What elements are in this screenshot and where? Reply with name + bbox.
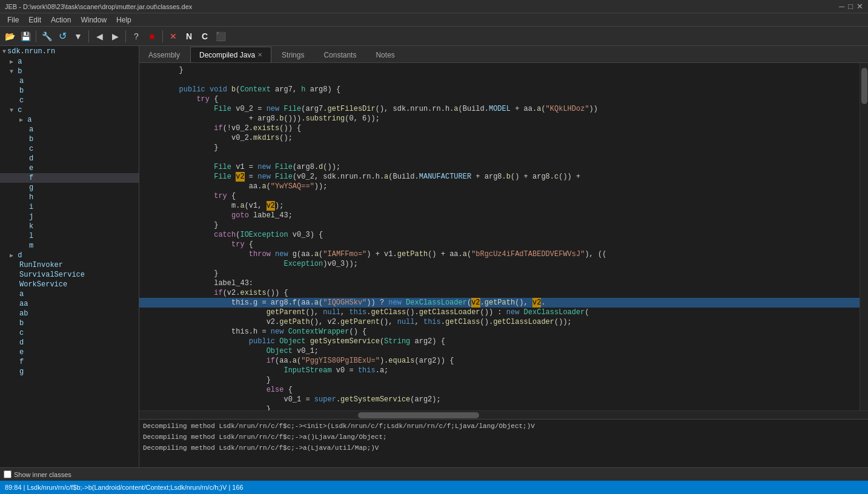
toolbar-debug-btn[interactable]: ■ [145,29,159,44]
code-line: catch(IOException v0_3) { [139,230,860,240]
toolbar-stop-btn[interactable]: ⬛ [213,29,228,44]
toolbar-open-btn[interactable]: 📂 [2,29,17,44]
code-area[interactable]: } public void b(Context arg7, h arg8) { … [139,63,860,410]
tree-item-a1[interactable]: ▶ a [0,57,139,67]
code-line: } [139,269,860,278]
tree-item-daa[interactable]: aa [0,299,139,309]
tree-item-cam[interactable]: m [0,241,139,251]
show-inner-classes-label: Show inner classes [14,471,71,478]
tree-item-dc[interactable]: c [0,328,139,338]
tree-item-cal[interactable]: l [0,231,139,241]
tab-constants-label: Constants [323,51,356,59]
tree-item-cak[interactable]: k [0,222,139,231]
menu-file[interactable]: File [2,15,24,25]
tab-notes[interactable]: Notes [366,47,403,62]
code-line: label_43: [139,278,860,288]
toolbar-x-btn[interactable]: ✕ [166,29,181,44]
toolbar-down-btn[interactable]: ▼ [71,29,85,44]
close-button[interactable]: ✕ [856,2,863,11]
tree-item-c[interactable]: ▼ c [0,105,139,115]
tree-item-dg[interactable]: g [0,367,139,377]
tree-item-cai[interactable]: i [0,202,139,212]
tree-item-dd[interactable]: d [0,338,139,347]
tree-item-RunInvoker[interactable]: RunInvoker [0,260,139,270]
tree-item-caa[interactable]: a [0,125,139,134]
code-line: try { [139,191,860,201]
tree-item-cab[interactable]: b [0,134,139,144]
toolbar-help-btn[interactable]: ? [129,29,144,44]
tree-item-caj[interactable]: j [0,212,139,222]
code-line: } [139,143,860,153]
code-line: try { [139,94,860,104]
code-line: goto label_43; [139,211,860,220]
tree-item-ca[interactable]: ▶ a [0,115,139,125]
tab-decompiled-java-label: Decompiled Java [199,51,255,59]
toolbar-refresh-btn[interactable]: ↺ [55,29,70,44]
tree-item-cad[interactable]: d [0,154,139,163]
tree-item-ba[interactable]: a [0,76,139,86]
code-line: } [139,375,860,385]
code-line: getParent(), null, this.getClass().getCl… [139,308,860,317]
tree-item-d[interactable]: ▶ d [0,251,139,260]
tree-item-de[interactable]: e [0,347,139,357]
toolbar-back-btn[interactable]: ◀ [92,29,107,44]
menubar: File Edit Action Window Help [0,13,868,27]
sidebar: ▼ sdk.nrun.rn ▶ a ▼ b a b c ▼ c ▶ a a b … [0,46,139,467]
tab-decompiled-java[interactable]: Decompiled Java ✕ [190,47,271,62]
maximize-button[interactable]: □ [848,2,853,11]
code-line: m.a(v1, v2); [139,201,860,211]
scroll-thumb[interactable] [861,68,867,104]
horizontal-scrollbar[interactable] [139,410,868,419]
tabs-bar: Assembly Decompiled Java ✕ Strings Const… [139,46,868,63]
vertical-scrollbar[interactable] [860,63,868,410]
tree-item-df[interactable]: f [0,357,139,367]
code-line: public void b(Context arg7, h arg8) { [139,85,860,94]
code-line: File v0_2 = new File(arg7.getFilesDir(),… [139,104,860,114]
tree-item-da[interactable]: a [0,289,139,299]
menu-edit[interactable]: Edit [24,15,46,25]
toolbar-save-btn[interactable]: 💾 [18,29,33,44]
toolbar-c-btn[interactable]: C [197,29,212,44]
tab-decompiled-java-close[interactable]: ✕ [257,51,262,58]
hscroll-thumb[interactable] [358,412,479,418]
code-scroll-container: } public void b(Context arg7, h arg8) { … [139,63,868,410]
tree-item-cah[interactable]: h [0,193,139,202]
tree-item-bc[interactable]: c [0,96,139,105]
tab-strings[interactable]: Strings [273,47,313,62]
titlebar-controls[interactable]: ─ □ ✕ [839,2,863,11]
toolbar-sep-4 [162,30,163,42]
tree-item-WorkService[interactable]: WorkService [0,280,139,289]
toolbar-fwd-btn[interactable]: ▶ [108,29,122,44]
tree-item-db[interactable]: b [0,318,139,328]
show-inner-classes-checkbox[interactable] [4,470,12,478]
tree-item-bb[interactable]: b [0,86,139,96]
code-line: throw new g(aa.a("IAMFFmo=") + v1.getPat… [139,249,860,259]
code-line-highlighted: this.g = arg8.f(aa.a("IQOGHSkv")) ? new … [139,298,860,308]
code-line: + arg8.b())).substring(0, 6)); [139,114,860,123]
menu-action[interactable]: Action [46,15,76,25]
tab-notes-label: Notes [376,51,394,59]
tab-assembly[interactable]: Assembly [139,47,189,62]
titlebar: JEB - D:\work\08\23\task\scaner\drop\mut… [0,0,868,13]
menu-window[interactable]: Window [76,15,111,25]
log-line-3: Decompiling method Lsdk/nrun/rn/c/f$c;->… [143,443,864,453]
tab-constants[interactable]: Constants [314,47,365,62]
toolbar-n-btn[interactable]: N [182,29,196,44]
tree-item-cae[interactable]: e [0,163,139,173]
code-line: this.h = new ContextWrapper() { [139,327,860,337]
tree-item-dab[interactable]: ab [0,309,139,318]
menu-help[interactable]: Help [111,15,136,25]
tree-item-cac[interactable]: c [0,144,139,154]
tree-item-SurvivalService[interactable]: SurvivalService [0,270,139,280]
tree-item-b[interactable]: ▼ b [0,67,139,76]
scroll-track[interactable] [860,63,868,410]
tree-item-caf[interactable]: f [0,173,139,183]
tree-root-arrow: ▼ [2,48,6,55]
toolbar-sep-1 [36,30,36,42]
statusbar-text: 89:84 | Lsdk/nrun/rn/c/f$b;->b(Landroid/… [5,484,244,491]
tree-root[interactable]: ▼ sdk.nrun.rn [0,46,139,57]
toolbar-wrench-btn[interactable]: 🔧 [39,29,54,44]
code-line: File v2 = new File(v0_2, sdk.nrun.rn.h.a… [139,172,860,182]
minimize-button[interactable]: ─ [839,2,844,11]
tree-item-cag[interactable]: g [0,183,139,193]
